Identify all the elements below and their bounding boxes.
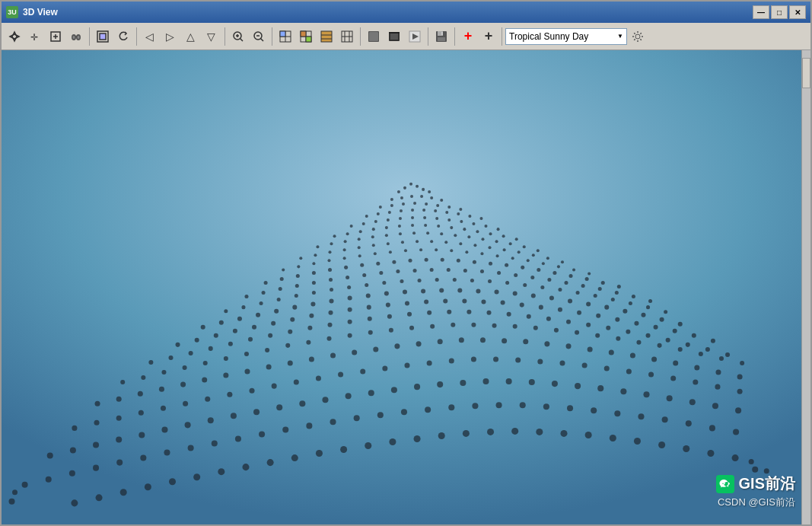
svg-point-128 bbox=[314, 253, 317, 257]
viewport-3d[interactable]: GIS前沿 CSDN @GIS前沿 bbox=[2, 50, 810, 524]
binoculars-button[interactable] bbox=[66, 27, 86, 46]
svg-point-84 bbox=[374, 220, 377, 223]
minimize-button[interactable]: — bbox=[753, 5, 769, 19]
settings-button[interactable] bbox=[628, 27, 648, 46]
close-button[interactable]: ✕ bbox=[789, 5, 806, 19]
svg-point-510 bbox=[8, 499, 14, 505]
svg-point-143 bbox=[532, 253, 535, 257]
svg-rect-10 bbox=[100, 33, 106, 40]
svg-point-335 bbox=[285, 343, 290, 348]
svg-point-151 bbox=[358, 254, 361, 257]
svg-point-74 bbox=[400, 209, 403, 212]
layer4-button[interactable] bbox=[337, 27, 357, 46]
svg-point-194 bbox=[312, 281, 316, 285]
svg-point-184 bbox=[537, 268, 540, 272]
svg-point-201 bbox=[430, 268, 434, 272]
add-black-button[interactable]: + bbox=[479, 27, 498, 46]
svg-point-415 bbox=[648, 372, 654, 378]
nav-up-button[interactable]: △ bbox=[181, 27, 201, 46]
layer3-button[interactable] bbox=[317, 27, 336, 46]
svg-point-217 bbox=[260, 301, 263, 305]
svg-point-504 bbox=[610, 435, 616, 442]
svg-point-183 bbox=[521, 266, 524, 269]
svg-point-450 bbox=[735, 407, 741, 413]
svg-point-117 bbox=[412, 231, 416, 234]
svg-point-85 bbox=[387, 218, 390, 222]
svg-point-225 bbox=[400, 279, 403, 283]
svg-point-122 bbox=[481, 237, 484, 241]
zoom-window-button[interactable] bbox=[46, 27, 65, 46]
svg-point-419 bbox=[737, 389, 743, 394]
svg-point-52 bbox=[416, 185, 419, 188]
add-red-button[interactable]: + bbox=[458, 27, 478, 46]
svg-point-512 bbox=[752, 467, 758, 473]
svg-point-126 bbox=[537, 249, 540, 252]
svg-point-75 bbox=[411, 209, 414, 212]
title-bar: 3U 3D View — □ ✕ bbox=[2, 2, 810, 23]
svg-point-304 bbox=[288, 330, 292, 334]
svg-point-288 bbox=[558, 308, 562, 312]
render3-button[interactable] bbox=[405, 27, 425, 46]
window-title: 3D View bbox=[23, 7, 753, 18]
svg-point-54 bbox=[422, 188, 425, 191]
svg-point-508 bbox=[707, 450, 714, 457]
svg-point-78 bbox=[445, 211, 448, 214]
svg-point-226 bbox=[418, 279, 422, 282]
svg-point-238 bbox=[629, 301, 632, 305]
svg-point-116 bbox=[399, 232, 402, 235]
render2-button[interactable] bbox=[384, 27, 404, 46]
nav-back-button[interactable]: ◁ bbox=[140, 27, 160, 46]
svg-point-434 bbox=[368, 390, 374, 396]
svg-point-218 bbox=[277, 298, 281, 301]
background-dropdown[interactable]: Tropical Sunny Day ▼ bbox=[505, 28, 627, 45]
zoom-in-button[interactable] bbox=[228, 27, 248, 46]
svg-point-321 bbox=[626, 330, 630, 334]
svg-point-255 bbox=[457, 289, 462, 293]
svg-point-347 bbox=[533, 326, 538, 330]
svg-point-440 bbox=[506, 378, 512, 384]
svg-point-127 bbox=[299, 257, 302, 260]
svg-point-214 bbox=[648, 299, 652, 303]
svg-point-172 bbox=[344, 266, 348, 269]
svg-point-494 bbox=[365, 442, 371, 449]
viewport-scrollbar[interactable] bbox=[801, 50, 810, 524]
separator-1 bbox=[89, 27, 90, 46]
svg-point-339 bbox=[368, 330, 373, 335]
svg-point-509 bbox=[732, 454, 739, 461]
layer2-button[interactable] bbox=[296, 27, 316, 46]
render1-button[interactable] bbox=[364, 27, 384, 46]
svg-point-279 bbox=[386, 303, 390, 308]
svg-point-68 bbox=[436, 204, 439, 207]
save-button[interactable] bbox=[431, 27, 451, 46]
svg-point-123 bbox=[495, 240, 498, 243]
svg-point-472 bbox=[520, 402, 526, 408]
svg-point-242 bbox=[219, 320, 224, 325]
svg-point-114 bbox=[371, 235, 374, 238]
maximize-button[interactable]: □ bbox=[771, 5, 788, 19]
svg-point-141 bbox=[503, 248, 506, 251]
svg-point-62 bbox=[440, 199, 443, 202]
svg-point-257 bbox=[495, 290, 499, 295]
svg-point-324 bbox=[686, 343, 690, 347]
rotate-button[interactable] bbox=[113, 27, 133, 46]
svg-point-479 bbox=[686, 420, 692, 426]
svg-point-175 bbox=[392, 260, 396, 264]
svg-point-369 bbox=[330, 352, 336, 358]
layer1-button[interactable] bbox=[275, 27, 295, 46]
svg-point-155 bbox=[419, 248, 422, 251]
svg-point-167 bbox=[264, 281, 268, 285]
scrollbar-thumb[interactable] bbox=[802, 58, 810, 88]
svg-point-146 bbox=[282, 268, 285, 271]
nav-fwd-button[interactable]: ▷ bbox=[161, 27, 180, 46]
navigate-tool-button[interactable] bbox=[5, 27, 24, 46]
svg-point-113 bbox=[358, 237, 361, 241]
svg-point-421 bbox=[70, 448, 76, 454]
svg-point-404 bbox=[404, 362, 409, 368]
svg-point-326 bbox=[725, 352, 730, 357]
zoom-out-button[interactable] bbox=[249, 27, 269, 46]
pan-button[interactable]: ✛ bbox=[25, 27, 45, 46]
nav-down-button[interactable]: ▽ bbox=[202, 27, 221, 46]
svg-rect-30 bbox=[306, 37, 311, 42]
svg-point-228 bbox=[453, 278, 457, 282]
full-extent-button[interactable] bbox=[93, 27, 113, 46]
